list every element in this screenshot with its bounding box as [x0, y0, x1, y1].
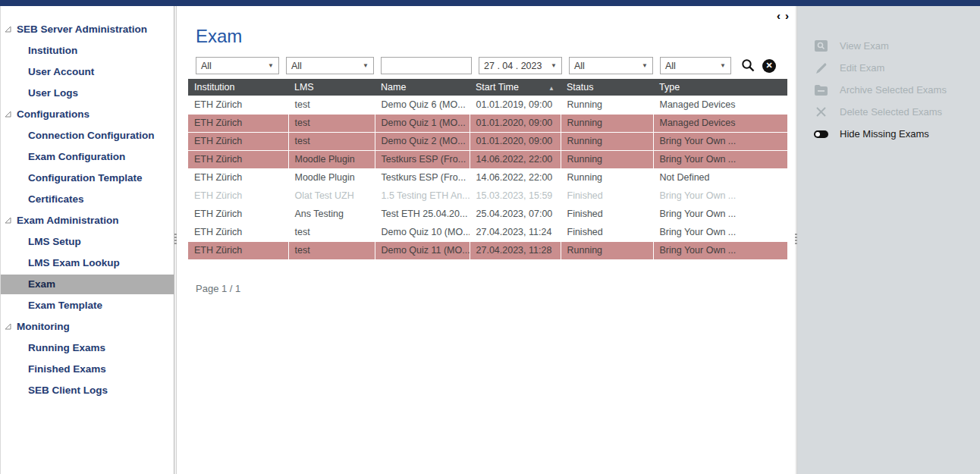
table-row[interactable]: ETH Zürich Ans Testing Test ETH 25.04.20… [188, 205, 787, 223]
column-header-label: Start Time [476, 82, 519, 93]
sidebar-section-seb-server-administration[interactable]: SEB Server Administration [1, 20, 174, 39]
cell-lms: test [288, 96, 375, 114]
cell-institution: ETH Zürich [188, 168, 288, 187]
main-content: ‹ › Exam All ▼ All ▼ 27 . 04 . 2023 ▼ Al… [177, 6, 795, 474]
column-header-institution[interactable]: Institution [188, 79, 288, 96]
cell-institution: ETH Zürich [188, 96, 288, 114]
toggle-icon [814, 130, 828, 138]
sidebar-item-certificates[interactable]: Certificates [1, 190, 174, 209]
table-row[interactable]: ETH Zürich test Demo Quiz 6 (MO... 01.01… [188, 96, 787, 114]
sidebar-item-label: Finished Exams [28, 363, 106, 375]
sidebar-item-label: Running Exams [28, 342, 105, 353]
sidebar-item-user-logs[interactable]: User Logs [1, 83, 174, 103]
sidebar-item-seb-client-logs[interactable]: SEB Client Logs [1, 381, 174, 400]
delete-selected-exams-button[interactable]: Delete Selected Exams [797, 101, 980, 123]
column-header-name[interactable]: Name [375, 79, 470, 96]
cell-name: Testkurs ESP (Fro... [375, 168, 470, 187]
table-row-selected[interactable]: ETH Zürich test Demo Quiz 2 (MO... 01.01… [188, 132, 787, 150]
sidebar-item-configuration-template[interactable]: Configuration Template [1, 168, 174, 188]
filter-row: All ▼ All ▼ 27 . 04 . 2023 ▼ All ▼ All ▼ [196, 57, 795, 74]
cell-type: Bring Your Own ... [653, 132, 787, 150]
edit-exam-button[interactable]: Edit Exam [797, 57, 980, 79]
column-header-start-time[interactable]: Start Time ▲ [470, 79, 561, 96]
sidebar-section-label: Exam Administration [17, 215, 119, 226]
sidebar-item-label: Configuration Template [28, 172, 143, 184]
tree-expand-icon[interactable] [5, 217, 11, 224]
sidebar-item-label: Institution [28, 45, 77, 56]
sidebar-item-exam-configuration[interactable]: Exam Configuration [1, 147, 174, 167]
clear-filter-button[interactable]: ✕ [762, 59, 776, 73]
view-magnifier-icon [814, 40, 828, 52]
cell-type: Bring Your Own ... [653, 187, 787, 205]
sidebar-item-institution[interactable]: Institution [1, 41, 174, 61]
sidebar-section-configurations[interactable]: Configurations [1, 105, 174, 124]
cell-name: Demo Quiz 11 (MO... [375, 241, 470, 259]
sort-ascending-icon: ▲ [548, 85, 554, 92]
start-time-filter-date[interactable]: 27 . 04 . 2023 ▼ [479, 57, 562, 74]
cell-lms: test [288, 132, 375, 150]
chevron-down-icon: ▼ [363, 62, 369, 69]
column-header-lms[interactable]: LMS [288, 79, 375, 96]
table-row-selected[interactable]: ETH Zürich test Demo Quiz 11 (MO... 27.0… [188, 241, 787, 259]
sidebar-item-label: Connection Configuration [28, 130, 154, 141]
sidebar-item-lms-setup[interactable]: LMS Setup [1, 232, 174, 252]
sidebar-section-exam-administration[interactable]: Exam Administration [1, 211, 174, 231]
table-row-missing[interactable]: ETH Zürich Olat Test UZH 1.5 Testing ETH… [188, 187, 787, 205]
sidebar-item-label: Exam Configuration [28, 151, 125, 162]
cell-name: 1.5 Testing ETH An... [375, 187, 470, 205]
cell-type: Managed Devices [653, 96, 787, 114]
name-filter-field [381, 57, 472, 74]
archive-selected-exams-button[interactable]: Archive Selected Exams [797, 79, 980, 101]
cell-type: Bring Your Own ... [653, 241, 787, 259]
table-row-selected[interactable]: ETH Zürich Moodle Plugin Testkurs ESP (F… [188, 150, 787, 168]
view-exam-button[interactable]: View Exam [797, 35, 980, 57]
tree-expand-icon[interactable] [5, 111, 11, 118]
cell-type: Bring Your Own ... [653, 150, 787, 168]
name-filter-input[interactable] [386, 61, 466, 71]
cell-start-time: 27.04.2023, 11:28 [470, 241, 561, 259]
lms-filter-value: All [291, 61, 302, 71]
column-header-type[interactable]: Type [653, 79, 787, 96]
pagination-label: Page 1 / 1 [196, 283, 795, 294]
type-filter-select[interactable]: All ▼ [660, 57, 731, 74]
lms-filter-select[interactable]: All ▼ [286, 57, 374, 74]
tab-scroll-right-icon[interactable]: › [785, 11, 789, 21]
cell-type: Bring Your Own ... [653, 223, 787, 241]
sidebar-section-label: SEB Server Administration [17, 24, 147, 35]
cell-type: Managed Devices [653, 114, 787, 132]
table-row-selected[interactable]: ETH Zürich test Demo Quiz 1 (MO... 01.01… [188, 114, 787, 132]
sidebar-item-exam-selected[interactable]: Exam [1, 275, 174, 294]
cell-institution: ETH Zürich [188, 223, 288, 241]
action-label: Delete Selected Exams [840, 106, 942, 118]
archive-folder-icon [814, 85, 828, 96]
institution-filter-select[interactable]: All ▼ [196, 57, 279, 74]
tree-expand-icon[interactable] [5, 323, 11, 330]
sidebar-item-label: LMS Setup [28, 236, 81, 247]
hide-missing-exams-toggle[interactable]: Hide Missing Exams [797, 123, 980, 145]
pencil-icon [814, 62, 828, 74]
sidebar-item-user-account[interactable]: User Account [1, 62, 174, 82]
sidebar-section-monitoring[interactable]: Monitoring [1, 317, 174, 337]
sidebar-item-finished-exams[interactable]: Finished Exams [1, 359, 174, 379]
tree-expand-icon[interactable] [5, 26, 11, 33]
cell-name: Demo Quiz 2 (MO... [375, 132, 470, 150]
sidebar-item-running-exams[interactable]: Running Exams [1, 338, 174, 358]
cell-institution: ETH Zürich [188, 241, 288, 259]
apply-filter-button[interactable] [741, 58, 755, 73]
sidebar-item-exam-template[interactable]: Exam Template [1, 296, 174, 315]
column-header-status[interactable]: Status [561, 79, 653, 96]
sidebar-item-lms-exam-lookup[interactable]: LMS Exam Lookup [1, 253, 174, 273]
cell-name: Test ETH 25.04.20... [375, 205, 470, 223]
cell-status: Running [561, 241, 653, 259]
chevron-down-icon: ▼ [642, 62, 648, 69]
start-time-filter-value: 27 . 04 . 2023 [484, 61, 542, 71]
table-row[interactable]: ETH Zürich test Demo Quiz 10 (MO... 27.0… [188, 223, 787, 241]
tab-scroll-left-icon[interactable]: ‹ [777, 11, 781, 21]
navigation-sidebar: SEB Server Administration Institution Us… [1, 6, 174, 474]
table-row[interactable]: ETH Zürich Moodle Plugin Testkurs ESP (F… [188, 168, 787, 187]
status-filter-select[interactable]: All ▼ [569, 57, 653, 74]
cell-status: Running [561, 132, 653, 150]
action-panel-splitter[interactable] [795, 6, 797, 474]
cell-lms: Olat Test UZH [288, 187, 375, 205]
sidebar-item-connection-configuration[interactable]: Connection Configuration [1, 126, 174, 146]
